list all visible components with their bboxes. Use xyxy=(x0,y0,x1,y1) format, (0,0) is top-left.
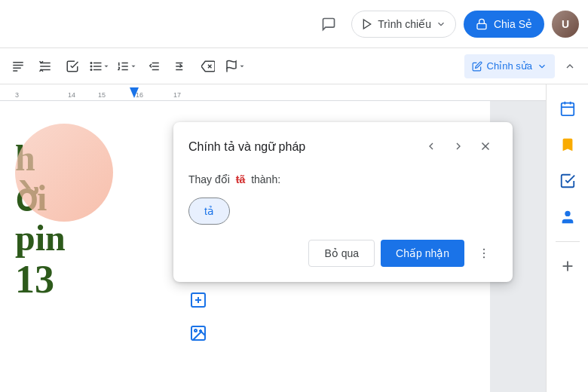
bullet-dropdown-button[interactable] xyxy=(87,54,112,78)
doc-line-4: 13 xyxy=(15,258,136,301)
ruler-mark-14: 14 xyxy=(68,91,75,99)
right-sidebar xyxy=(546,84,588,392)
paragraph-button[interactable] xyxy=(6,54,30,78)
dialog-title: Chính tả và ngữ pháp xyxy=(188,139,305,154)
dialog-body: Thay đổi tã thành: tả Bỏ qua Chấp nhận xyxy=(173,167,513,282)
clear-format-button[interactable] xyxy=(196,54,220,78)
svg-rect-1 xyxy=(477,23,486,29)
svg-point-32 xyxy=(194,329,197,332)
dialog-navigation xyxy=(419,134,498,158)
comment-button[interactable] xyxy=(314,9,344,39)
dialog-header: Chính tả và ngữ pháp xyxy=(173,122,513,167)
present-button[interactable]: Trình chiếu xyxy=(351,11,456,38)
sidebar-add-button[interactable] xyxy=(553,251,583,281)
spell-check-dialog: Chính tả và ngữ pháp xyxy=(173,122,513,282)
svg-point-9 xyxy=(90,62,93,64)
increase-indent-button[interactable] xyxy=(169,54,193,78)
avatar-image: U xyxy=(552,11,579,38)
editing-label: Chỉnh sửa xyxy=(487,60,532,72)
dialog-suggestion-text: Thay đổi tã thành: xyxy=(188,173,498,185)
svg-point-39 xyxy=(483,256,485,258)
suggestion-chip[interactable]: tả xyxy=(188,198,230,225)
ruler-mark-17: 17 xyxy=(173,91,181,99)
suggestion-prefix: Thay đổi xyxy=(188,173,230,185)
ruler-mark-15: 15 xyxy=(98,91,106,99)
svg-rect-40 xyxy=(561,103,574,116)
svg-point-11 xyxy=(90,65,93,67)
line-spacing-button[interactable] xyxy=(33,54,57,78)
share-label: Chia Sẻ xyxy=(494,18,532,30)
svg-marker-27 xyxy=(130,87,139,98)
svg-point-38 xyxy=(483,253,485,254)
svg-point-13 xyxy=(90,69,93,71)
ruler-mark-3: 3 xyxy=(15,91,19,99)
sidebar-calendar-button[interactable] xyxy=(553,93,583,124)
add-comment-button[interactable] xyxy=(185,286,212,314)
ignore-button[interactable]: Bỏ qua xyxy=(308,240,375,267)
dialog-close-button[interactable] xyxy=(473,134,498,158)
present-label: Trình chiếu xyxy=(378,18,431,30)
text-spacing-button[interactable] xyxy=(223,54,247,78)
header-bar: Trình chiếu Chia Sẻ U xyxy=(0,0,588,48)
collapse-toolbar-button[interactable] xyxy=(558,54,582,78)
decrease-indent-button[interactable] xyxy=(142,54,166,78)
sidebar-keep-button[interactable] xyxy=(553,130,583,160)
sidebar-tasks-button[interactable] xyxy=(553,166,583,196)
add-image-button[interactable] xyxy=(185,320,212,347)
doc-line-3: pin xyxy=(15,219,136,259)
svg-point-37 xyxy=(483,249,485,250)
original-word: tã xyxy=(236,173,245,185)
suggested-word: tả xyxy=(204,205,214,217)
suggestion-arrow: thành: xyxy=(251,173,280,185)
ruler: 3 14 15 16 17 xyxy=(0,84,546,101)
toolbar: Chỉnh sửa xyxy=(0,48,588,84)
accept-button[interactable]: Chấp nhận xyxy=(381,240,464,267)
checklist-button[interactable] xyxy=(60,54,84,78)
dialog-prev-button[interactable] xyxy=(419,134,443,158)
share-button[interactable]: Chia Sẻ xyxy=(464,11,544,38)
decorative-circle xyxy=(15,124,113,222)
numbered-list-dropdown-button[interactable] xyxy=(115,54,139,78)
main-area: 3 14 15 16 17 h ời pin 13 xyxy=(0,84,546,392)
more-options-button[interactable] xyxy=(470,240,498,267)
sidebar-contacts-button[interactable] xyxy=(553,202,583,232)
editing-mode-button[interactable]: Chỉnh sửa xyxy=(464,54,555,78)
svg-marker-0 xyxy=(364,20,371,29)
svg-point-44 xyxy=(565,211,570,216)
dialog-next-button[interactable] xyxy=(446,134,470,158)
sidebar-divider xyxy=(556,241,580,242)
dialog-actions: Bỏ qua Chấp nhận xyxy=(188,240,498,267)
avatar[interactable]: U xyxy=(552,11,579,38)
document-bottom-icons xyxy=(185,286,212,347)
